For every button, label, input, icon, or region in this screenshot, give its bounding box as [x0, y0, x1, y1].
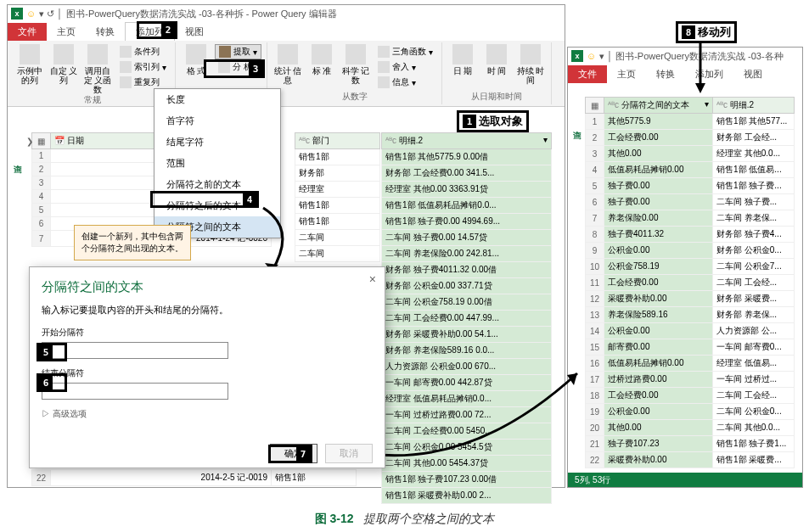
btn-round[interactable]: 舍入▾ [374, 59, 436, 75]
start-delim-label: 开始分隔符 [42, 327, 373, 339]
ribbon-tabs: 文件 主页 转换 添加列 视图 [8, 22, 565, 41]
btn-standard[interactable]: 标 准 [306, 44, 337, 76]
menu-length[interactable]: 长度 [154, 89, 280, 110]
btn-time[interactable]: 时 间 [481, 44, 512, 76]
tab-addcol[interactable]: 添加列 [685, 65, 733, 83]
tab-file[interactable]: 文件 [8, 23, 47, 41]
detail-grid: ᴬᴮc 明细.2 ▾ 销售1部 其他5775.9 0.00借财务部 工会经费0.… [381, 132, 552, 504]
figure-caption: 图 3-12 提取两个空格之间的文本 [0, 512, 809, 527]
callout-4: 4 [150, 191, 259, 208]
tab-file[interactable]: 文件 [568, 65, 607, 83]
excel-icon: x [11, 8, 23, 20]
btn-index-col[interactable]: 索引列▾ [116, 59, 170, 75]
col-header-between[interactable]: ᴬᴮc 分隔符之间的文本 ▾ [604, 98, 713, 114]
mid-grid: ᴬᴮc 部门 销售1部财务部经理室销售1部销售1部二车间二车间 [295, 132, 380, 262]
corner-cell[interactable]: ▦ [586, 98, 604, 114]
btn-stats[interactable]: 统计 信息 [272, 44, 303, 85]
dialog-desc: 输入标记要提取内容的开头和结尾的分隔符。 [42, 304, 373, 316]
menu-last-chars[interactable]: 结尾字符 [154, 132, 280, 153]
btn-trig[interactable]: 三角函数▾ [374, 44, 436, 59]
col-header-dept[interactable]: ᴬᴮc 部门 [295, 133, 380, 149]
menu-first-chars[interactable]: 首字符 [154, 110, 280, 132]
tab-view[interactable]: 视图 [175, 23, 214, 41]
btn-extract[interactable]: 提取▾ [215, 44, 261, 59]
ribbon-body: 示例中 的列 自定 义列 调用自定 义函数 条件列 索引列▾ 重复列 常规 格 … [8, 41, 565, 107]
end-delim-label: 结束分隔符 [42, 367, 373, 379]
status-bar: 5列, 53行 [568, 473, 802, 487]
text-between-dialog: × 分隔符之间的文本 输入标记要提取内容的开头和结尾的分隔符。 开始分隔符 结束… [29, 266, 385, 468]
btn-invoke-fn[interactable]: 调用自定 义函数 [82, 44, 113, 94]
right-titlebar: x ☺ ▾ │ 图书-PowerQuery数据清洗实战 -03-各种 [568, 48, 802, 64]
callout-5: 5 [37, 343, 67, 361]
extract-dropdown: 长度 首字符 结尾字符 范围 分隔符之前的文本 分隔符之后的文本 分隔符之间的文… [154, 88, 281, 238]
advanced-toggle[interactable]: ▷ 高级选项 [42, 408, 373, 420]
figure-number: 图 3-12 [315, 512, 354, 525]
tab-view[interactable]: 视图 [733, 65, 772, 83]
bottom-row: 22 2014-2-5 记-0019 销售1部 [31, 469, 357, 486]
callout-8: 8移动列 [676, 21, 737, 43]
btn-info[interactable]: 信息▾ [374, 75, 436, 90]
col-header-detail2[interactable]: ᴬᴮc 明细.2 [713, 98, 795, 114]
btn-scientific[interactable]: 科学 记数 [340, 44, 371, 85]
right-grid: ▦ ᴬᴮc 分隔符之间的文本 ▾ ᴬᴮc 明细.2 1其他5775.9销售1部 … [585, 97, 795, 468]
btn-conditional-col[interactable]: 条件列 [116, 44, 170, 59]
end-delim-input[interactable] [42, 383, 228, 400]
col-header-detail[interactable]: ᴬᴮc 明细.2 ▾ [382, 133, 552, 149]
expand-icon[interactable]: ❯ [26, 137, 33, 146]
tab-transform[interactable]: 转换 [86, 23, 125, 41]
excel-icon: x [571, 50, 583, 62]
btn-duration[interactable]: 持续 时间 [515, 44, 546, 85]
dialog-title: 分隔符之间的文本 [42, 279, 373, 295]
callout-7: 7 [268, 445, 312, 463]
btn-custom-col[interactable]: 自定 义列 [48, 44, 79, 85]
figure-text: 提取两个空格之间的文本 [363, 512, 494, 525]
menu-range[interactable]: 范围 [154, 153, 280, 174]
btn-date[interactable]: 日 期 [447, 44, 478, 76]
callout-6: 6 [37, 373, 67, 392]
tab-transform[interactable]: 转换 [646, 65, 685, 83]
corner-cell[interactable]: ▦ [32, 133, 51, 149]
callout-1: 1选取对象 [457, 110, 529, 132]
callout-3: 3 [204, 59, 265, 78]
window-title: 图书-PowerQuery数据清洗实战 -03-各种 [615, 50, 783, 63]
cancel-button[interactable]: 取消 [325, 444, 373, 463]
right-pq-window: x ☺ ▾ │ 图书-PowerQuery数据清洗实战 -03-各种 文件 主页… [567, 47, 803, 488]
smiley-icon: ☺ [26, 8, 36, 19]
start-delim-input[interactable] [42, 342, 228, 359]
window-title: 图书-PowerQuery数据清洗实战 -03-各种拆 - Power Quer… [66, 8, 336, 20]
smiley-icon: ☺ [587, 51, 596, 61]
btn-col-from-examples[interactable]: 示例中 的列 [14, 44, 45, 85]
tab-home[interactable]: 主页 [607, 65, 646, 83]
left-titlebar: x ☺ ▾ ↺ │ 图书-PowerQuery数据清洗实战 -03-各种拆 - … [8, 5, 565, 22]
dialog-close-icon[interactable]: × [369, 272, 376, 286]
callout-2: 2 [137, 21, 177, 39]
tab-home[interactable]: 主页 [47, 23, 86, 41]
tooltip-between: 创建一个新列，其中包含两 个分隔符之间出现的文本。 [74, 225, 191, 260]
right-ribbon-tabs: 文件 主页 转换 添加列 视图 [568, 64, 802, 83]
